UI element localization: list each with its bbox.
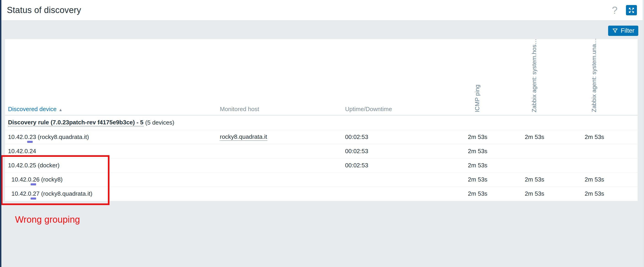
agent-hostname-cell: 2m 53s — [516, 172, 553, 186]
table-row: 10.42.0.25 (docker) 00:02:53 2m 53s — [5, 158, 638, 172]
column-header-icmp-ping: ICMP ping — [474, 84, 481, 112]
column-header-label: Discovered device — [8, 106, 56, 113]
table-header: Discovered device ▲ Monitored host Uptim… — [5, 39, 638, 116]
page-title: Status of discovery — [7, 0, 81, 20]
funnel-icon — [612, 28, 618, 34]
discovery-rule-device-count: (5 devices) — [145, 119, 174, 126]
column-header-uptime-downtime: Uptime/Downtime — [345, 106, 392, 113]
table-row: 10.42.0.24 00:02:53 2m 53s — [5, 144, 638, 158]
expand-arrows-icon — [628, 7, 635, 14]
agent-uname-cell: 2m 53s — [576, 130, 613, 144]
filter-button-label: Filter — [621, 27, 634, 34]
discovery-status-table: Discovered device ▲ Monitored host Uptim… — [5, 39, 638, 201]
annotation-label: Wrong grouping — [15, 214, 80, 225]
icmp-ping-cell: 2m 53s — [459, 187, 496, 201]
table-row: 10.42.0.23 (rocky8.quadrata.it) rocky8.q… — [5, 130, 638, 144]
agent-hostname-cell — [516, 144, 553, 158]
icmp-ping-cell: 2m 53s — [459, 144, 496, 158]
discovered-device-label: 10.42.0.26 (rocky8) — [12, 176, 62, 183]
agent-uname-cell — [576, 144, 613, 158]
column-header-agent-hostname: Zabbix agent: system.hos… — [531, 39, 538, 112]
discovered-device-label: 10.42.0.24 — [8, 148, 36, 155]
monitored-host-cell: rocky8.quadrata.it — [220, 130, 267, 144]
service-badge — [30, 198, 36, 200]
icmp-ping-cell: 2m 53s — [459, 172, 496, 186]
filter-button[interactable]: Filter — [608, 26, 638, 36]
discovered-device-label: 10.42.0.25 (docker) — [8, 162, 60, 169]
agent-uname-cell: 2m 53s — [576, 187, 613, 201]
agent-uname-cell: 2m 53s — [576, 172, 613, 186]
uptime-cell: 00:02:53 — [345, 144, 368, 158]
sidebar-edge — [0, 0, 1, 267]
agent-hostname-cell: 2m 53s — [516, 187, 553, 201]
help-icon[interactable]: ? — [612, 0, 618, 20]
discovered-device-label: 10.42.0.27 (rocky8.quadrata.it) — [12, 190, 92, 197]
column-header-agent-uname: Zabbix agent: system.una… — [590, 38, 598, 112]
column-header-discovered-device[interactable]: Discovered device ▲ — [8, 106, 62, 113]
icmp-ping-cell: 2m 53s — [459, 158, 496, 172]
discovered-device-label: 10.42.0.23 (rocky8.quadrata.it) — [8, 134, 89, 140]
page-header: Status of discovery ? — [1, 0, 643, 20]
discovered-device-cell: 10.42.0.24 — [8, 144, 36, 158]
discovered-device-cell: 10.42.0.27 (rocky8.quadrata.it) — [12, 187, 92, 201]
agent-hostname-cell — [516, 158, 553, 172]
sort-ascending-icon: ▲ — [58, 108, 62, 112]
uptime-cell: 00:02:53 — [345, 130, 368, 144]
discovery-rule-link[interactable]: Discovery rule (7.0.23patch-rev f4175e9b… — [8, 119, 144, 126]
table-row: 10.42.0.27 (rocky8.quadrata.it) 2m 53s 2… — [5, 186, 638, 201]
table-row: 10.42.0.26 (rocky8) 2m 53s 2m 53s 2m 53s — [5, 172, 638, 186]
agent-hostname-cell: 2m 53s — [516, 130, 553, 144]
discovery-rule-group-row: Discovery rule (7.0.23patch-rev f4175e9b… — [5, 116, 638, 130]
service-badge — [30, 183, 36, 186]
monitored-host-link[interactable]: rocky8.quadrata.it — [220, 133, 267, 141]
fullscreen-button[interactable] — [626, 5, 637, 15]
discovered-device-cell: 10.42.0.26 (rocky8) — [12, 172, 62, 186]
discovered-device-cell: 10.42.0.23 (rocky8.quadrata.it) — [8, 130, 89, 144]
column-header-monitored-host: Monitored host — [220, 106, 259, 113]
uptime-cell: 00:02:53 — [345, 158, 368, 172]
icmp-ping-cell: 2m 53s — [459, 130, 496, 144]
discovered-device-cell: 10.42.0.25 (docker) — [8, 158, 60, 172]
scrollbar-gutter[interactable] — [643, 0, 644, 267]
service-badge — [27, 141, 33, 143]
agent-uname-cell — [576, 158, 613, 172]
table-body: 10.42.0.23 (rocky8.quadrata.it) rocky8.q… — [5, 130, 638, 201]
